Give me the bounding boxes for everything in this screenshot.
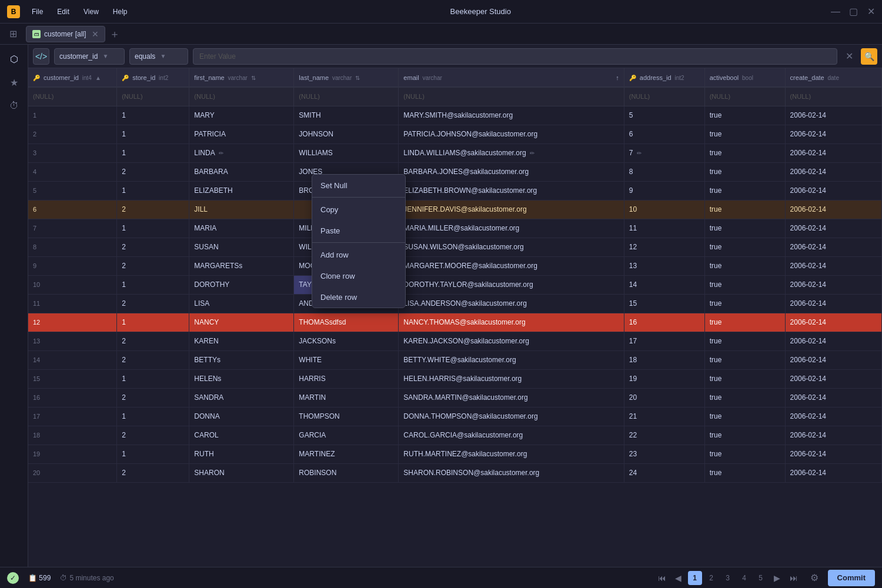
cell-activebool[interactable]: true xyxy=(704,275,785,294)
cell-create_date[interactable]: 2006-02-14 xyxy=(785,294,881,313)
cell-first_name[interactable]: MARGARETSs xyxy=(189,256,294,275)
cell-id[interactable]: 14 xyxy=(28,350,117,369)
cell-id[interactable]: 9 xyxy=(28,256,117,275)
page-5-button[interactable]: 5 xyxy=(754,571,768,585)
sidebar-star-icon[interactable]: ★ xyxy=(5,73,24,92)
cell-id[interactable]: 7 xyxy=(28,219,117,238)
cell-id[interactable]: 18 xyxy=(28,426,117,445)
ctx-set-null[interactable]: Set Null xyxy=(312,175,405,196)
cell-id[interactable]: 4 xyxy=(28,162,117,181)
filter-search-button[interactable]: 🔍 xyxy=(861,48,877,65)
code-toggle-button[interactable]: </> xyxy=(33,48,49,65)
cell-id[interactable]: 1 xyxy=(28,106,117,125)
cell-create_date[interactable]: 2006-02-14 xyxy=(785,275,881,294)
col-header-activebool[interactable]: activebool bool xyxy=(704,68,785,87)
cell-create_date[interactable]: 2006-02-14 xyxy=(785,143,881,162)
cell-create_date[interactable]: 2006-02-14 xyxy=(785,181,881,200)
cell-create_date[interactable]: 2006-02-14 xyxy=(785,219,881,238)
cell-create_date[interactable]: 2006-02-14 xyxy=(785,238,881,256)
cell-email[interactable]: BETTY.WHITE@sakilacustomer.org xyxy=(399,350,624,369)
cell-email[interactable]: SUSAN.WILSON@sakilacustomer.org xyxy=(399,238,624,256)
cell-id[interactable]: 20 xyxy=(28,463,117,482)
cell-first_name[interactable]: MARY xyxy=(189,106,294,125)
cell-activebool[interactable]: true xyxy=(704,426,785,445)
col-header-first_name[interactable]: first_name varchar ⇅ xyxy=(189,68,294,87)
ctx-paste[interactable]: Paste xyxy=(312,220,405,241)
cell-email[interactable]: DONNA.THOMPSON@sakilacustomer.org xyxy=(399,407,624,426)
cell-store_id[interactable]: 1 xyxy=(117,106,189,125)
cell-address_id[interactable]: 18 xyxy=(624,350,704,369)
cell-activebool[interactable]: true xyxy=(704,106,785,125)
col-header-store_id[interactable]: 🔑 store_id int2 xyxy=(117,68,189,87)
ctx-clone-row[interactable]: Clone row xyxy=(312,265,405,286)
page-2-button[interactable]: 2 xyxy=(704,571,719,585)
cell-store_id[interactable]: 1 xyxy=(117,143,189,162)
cell-email[interactable]: PATRICIA.JOHNSON@sakilacustomer.org xyxy=(399,125,624,143)
cell-id[interactable]: 13 xyxy=(28,332,117,350)
cell-first_name[interactable]: BARBARA xyxy=(189,162,294,181)
cell-address_id[interactable]: 8 xyxy=(624,162,704,181)
cell-store_id[interactable]: 2 xyxy=(117,200,189,219)
cell-create_date[interactable]: 2006-02-14 xyxy=(785,332,881,350)
cell-activebool[interactable]: true xyxy=(704,332,785,350)
cell-email[interactable]: JENNIFER.DAVIS@sakilacustomer.org xyxy=(399,200,624,219)
cell-store_id[interactable]: 2 xyxy=(117,426,189,445)
menu-file[interactable]: File xyxy=(29,6,45,17)
cell-first_name[interactable]: PATRICIA xyxy=(189,125,294,143)
cell-email[interactable]: ELIZABETH.BROWN@sakilacustomer.org xyxy=(399,181,624,200)
cell-activebool[interactable]: true xyxy=(704,369,785,388)
cell-activebool[interactable]: true xyxy=(704,463,785,482)
cell-store_id[interactable]: 1 xyxy=(117,275,189,294)
cell-activebool[interactable]: true xyxy=(704,388,785,407)
col-header-customer_id[interactable]: 🔑 customer_id int4 ▲ xyxy=(28,68,117,87)
cell-create_date[interactable]: 2006-02-14 xyxy=(785,463,881,482)
cell-address_id[interactable]: 7 ✏ xyxy=(624,143,704,162)
page-prev-button[interactable]: ◀ xyxy=(671,571,686,585)
cell-first_name[interactable]: CAROL xyxy=(189,426,294,445)
cell-store_id[interactable]: 1 xyxy=(117,181,189,200)
page-3-button[interactable]: 3 xyxy=(721,571,735,585)
cell-email[interactable]: RUTH.MARTINEZ@sakilacustomer.org xyxy=(399,445,624,463)
page-first-button[interactable]: ⏮ xyxy=(655,571,669,585)
cell-first_name[interactable]: BETTYs xyxy=(189,350,294,369)
cell-address_id[interactable]: 15 xyxy=(624,294,704,313)
minimize-button[interactable]: — xyxy=(831,8,840,16)
cell-activebool[interactable]: true xyxy=(704,294,785,313)
cell-address_id[interactable]: 22 xyxy=(624,426,704,445)
cell-address_id[interactable]: 5 xyxy=(624,106,704,125)
cell-address_id[interactable]: 20 xyxy=(624,388,704,407)
cell-activebool[interactable]: true xyxy=(704,313,785,332)
cell-address_id[interactable]: 24 xyxy=(624,463,704,482)
ctx-add-row[interactable]: Add row xyxy=(312,244,405,265)
cell-first_name[interactable]: SHARON xyxy=(189,463,294,482)
cell-store_id[interactable]: 2 xyxy=(117,332,189,350)
cell-store_id[interactable]: 2 xyxy=(117,294,189,313)
cell-id[interactable]: 10 xyxy=(28,275,117,294)
cell-activebool[interactable]: true xyxy=(704,219,785,238)
cell-store_id[interactable]: 2 xyxy=(117,388,189,407)
cell-activebool[interactable]: true xyxy=(704,125,785,143)
cell-address_id[interactable]: 11 xyxy=(624,219,704,238)
settings-icon[interactable]: ⚙ xyxy=(810,572,818,583)
ctx-copy[interactable]: Copy xyxy=(312,199,405,220)
cell-activebool[interactable]: true xyxy=(704,256,785,275)
cell-email[interactable]: NANCY.THOMAS@sakilacustomer.org xyxy=(399,313,624,332)
cell-last_name[interactable]: HARRIS xyxy=(294,369,399,388)
cell-store_id[interactable]: 1 xyxy=(117,407,189,426)
maximize-button[interactable]: ▢ xyxy=(849,8,857,16)
cell-create_date[interactable]: 2006-02-14 xyxy=(785,106,881,125)
cell-first_name[interactable]: HELENs xyxy=(189,369,294,388)
cell-first_name[interactable]: JILL xyxy=(189,200,294,219)
cell-address_id[interactable]: 23 xyxy=(624,445,704,463)
cell-address_id[interactable]: 14 xyxy=(624,275,704,294)
cell-id[interactable]: 3 xyxy=(28,143,117,162)
cell-email[interactable]: KAREN.JACKSON@sakilacustomer.org xyxy=(399,332,624,350)
cell-activebool[interactable]: true xyxy=(704,350,785,369)
cell-email[interactable]: SHARON.ROBINSON@sakilacustomer.org xyxy=(399,463,624,482)
page-1-button[interactable]: 1 xyxy=(688,571,702,585)
cell-create_date[interactable]: 2006-02-14 xyxy=(785,200,881,219)
tab-customer[interactable]: 🗃 customer [all] ✕ xyxy=(26,26,105,42)
cell-last_name[interactable]: MARTIN xyxy=(294,388,399,407)
cell-id[interactable]: 16 xyxy=(28,388,117,407)
cell-create_date[interactable]: 2006-02-14 xyxy=(785,350,881,369)
